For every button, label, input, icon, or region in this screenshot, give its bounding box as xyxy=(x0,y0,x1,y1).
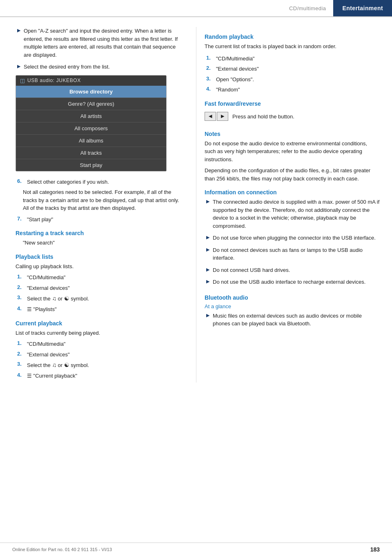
bluetooth-bullet: ▶ Music files on external devices such a… xyxy=(205,312,380,328)
current-heading: Current playback xyxy=(16,320,184,327)
random-step-2-text: "External devices" xyxy=(216,65,380,73)
ff-buttons: ◀ ▶ xyxy=(205,112,228,121)
info-bullet-text-3: Do not connect devices such as fans or l… xyxy=(213,246,380,262)
playback-step-1-num: 1. xyxy=(17,274,24,282)
bullet-item-az-search: ▶ Open "A-Z search" and input the desire… xyxy=(16,27,184,59)
current-step-3-text: Select the ♫ or ☯ symbol. xyxy=(27,361,184,369)
playlist-icon: ☯ xyxy=(64,295,69,302)
info-conn-heading: Information on connection xyxy=(205,189,380,196)
random-step-3-text: Open "Options". xyxy=(216,76,380,84)
random-step-3-num: 3. xyxy=(206,76,213,84)
notes-text-2: Depending on the configuration of the au… xyxy=(205,167,380,182)
usb-title: USB audio: JUKEBOX xyxy=(27,78,81,83)
playback-heading: Playback lists xyxy=(16,254,184,260)
current-step-1-text: "CD/Multimedia" xyxy=(27,340,184,348)
random-step-1: 1. "CD/Multimedia" xyxy=(205,55,380,63)
header-entertainment-label: Entertainment xyxy=(333,0,392,16)
bullet-text-az-search: Open "A-Z search" and input the desired … xyxy=(24,27,184,59)
info-bullet-arrow-1: ▶ xyxy=(206,199,209,230)
random-step-1-num: 1. xyxy=(206,55,213,63)
random-intro: The current list of tracks is played bac… xyxy=(205,42,380,51)
current-step-1-num: 1. xyxy=(17,340,24,348)
playback-step-3-num: 3. xyxy=(17,294,24,303)
info-bullet-text-5: Do not use the USB audio interface to re… xyxy=(213,278,380,286)
rewind-button[interactable]: ◀ xyxy=(205,112,216,121)
info-bullet-arrow-2: ▶ xyxy=(206,235,209,242)
playback-intro: Calling up playback lists. xyxy=(16,262,184,271)
current-step-4: 4. ☰ "Current playback" xyxy=(16,372,184,380)
usb-box-screenshot: ◫ USB audio: JUKEBOX Browse directory Ge… xyxy=(16,75,167,171)
playback-step-3-text: Select the ♫ or ☯ symbol. xyxy=(27,294,184,303)
random-step-2: 2. "External devices" xyxy=(205,65,380,73)
playlist-icon-2: ☯ xyxy=(64,362,69,368)
step-6-num: 6. xyxy=(17,178,24,186)
current-step-3: 3. Select the ♫ or ☯ symbol. xyxy=(16,361,184,369)
info-bullet-2: ▶ Do not use force when plugging the con… xyxy=(205,234,380,242)
notes-text-1: Do not expose the audio device to extrem… xyxy=(205,140,380,164)
random-step-3: 3. Open "Options". xyxy=(205,76,380,84)
current-step-2-text: "External devices" xyxy=(27,351,184,359)
bluetooth-bullet-arrow: ▶ xyxy=(206,313,209,328)
step-6-item: 6. Select other categories if you wish. xyxy=(16,178,184,186)
current-step-1: 1. "CD/Multimedia" xyxy=(16,340,184,348)
music-note-icon: ♫ xyxy=(52,295,56,302)
step-7-item: 7. "Start play" xyxy=(16,216,184,224)
bullet-arrow-icon: ▶ xyxy=(17,28,20,59)
usb-header-bar: ◫ USB audio: JUKEBOX xyxy=(16,76,166,86)
current-step-2: 2. "External devices" xyxy=(16,351,184,359)
current-step-3-num: 3. xyxy=(17,361,24,369)
info-bullet-text-2: Do not use force when plugging the conne… xyxy=(213,234,380,242)
playback-step-4: 4. ☰ "Playlists" xyxy=(16,305,184,314)
usb-menu-genre[interactable]: Genre? (All genres) xyxy=(16,98,166,110)
playback-step-1-text: "CD/Multimedia" xyxy=(27,274,184,282)
current-step-4-text: ☰ "Current playback" xyxy=(27,372,184,380)
current-step3-or: or xyxy=(58,362,64,368)
page-footer: Online Edition for Part no. 01 40 2 911 … xyxy=(0,543,392,556)
usb-menu-all-composers[interactable]: All composers xyxy=(16,122,166,135)
info-bullet-arrow-5: ▶ xyxy=(206,279,209,286)
usb-menu-all-albums[interactable]: All albums xyxy=(16,135,166,147)
current-intro: List of tracks currently being played. xyxy=(16,329,184,337)
bullet-arrow-icon-2: ▶ xyxy=(17,64,20,71)
footer-edition-text: Online Edition for Part no. 01 40 2 911 … xyxy=(12,547,112,552)
music-note-icon-2: ♫ xyxy=(52,362,56,368)
current-playback-icon: ☰ xyxy=(27,373,32,379)
random-step-4-text: "Random" xyxy=(216,86,380,94)
playback-step-2-num: 2. xyxy=(17,284,24,292)
random-step-4-num: 4. xyxy=(206,86,213,94)
random-step-4: 4. "Random" xyxy=(205,86,380,94)
playback-step-2-text: "External devices" xyxy=(27,284,184,292)
info-bullet-text-1: The connected audio device is supplied w… xyxy=(213,198,380,230)
usb-menu-all-tracks[interactable]: All tracks xyxy=(16,147,166,159)
ff-heading: Fast forward/reverse xyxy=(205,100,380,107)
step-6-detail: Not all categories need to be selected. … xyxy=(16,188,184,212)
forward-button[interactable]: ▶ xyxy=(217,112,228,121)
playback-step-2: 2. "External devices" xyxy=(16,284,184,292)
step-7-num: 7. xyxy=(17,216,24,224)
usb-menu-start-play[interactable]: Start play xyxy=(16,159,166,171)
bluetooth-heading: Bluetooth audio xyxy=(205,294,380,301)
playback-step-4-num: 4. xyxy=(17,305,24,314)
bluetooth-bullet-text: Music files on external devices such as … xyxy=(213,312,380,328)
header-cd-label: CD/multimedia xyxy=(282,5,333,11)
info-bullet-arrow-4: ▶ xyxy=(206,267,209,274)
playback-step-3: 3. Select the ♫ or ☯ symbol. xyxy=(16,294,184,303)
bullet-item-select-entry: ▶ Select the desired entry from the list… xyxy=(16,63,184,71)
at-glance-heading: At a glance xyxy=(205,303,380,309)
bullet-text-select-entry: Select the desired entry from the list. xyxy=(24,63,184,71)
step-6-text: Select other categories if you wish. xyxy=(27,178,184,186)
playback-step3-or: or xyxy=(58,296,64,302)
current-step-2-num: 2. xyxy=(17,351,24,359)
info-bullet-4: ▶ Do not connect USB hard drives. xyxy=(205,266,380,274)
usb-menu-all-artists[interactable]: All artists xyxy=(16,110,166,122)
info-bullet-arrow-3: ▶ xyxy=(206,247,209,262)
ff-text: Press and hold the button. xyxy=(232,113,294,120)
notes-heading: Notes xyxy=(205,131,380,137)
random-step-2-num: 2. xyxy=(206,65,213,73)
restarting-text: "New search" xyxy=(16,239,184,247)
current-step-4-num: 4. xyxy=(17,372,24,380)
info-bullet-text-4: Do not connect USB hard drives. xyxy=(213,266,380,274)
restarting-heading: Restarting a track search xyxy=(16,230,184,236)
playback-step-4-text: ☰ "Playlists" xyxy=(27,305,184,314)
usb-menu-browse-directory[interactable]: Browse directory xyxy=(16,86,166,98)
